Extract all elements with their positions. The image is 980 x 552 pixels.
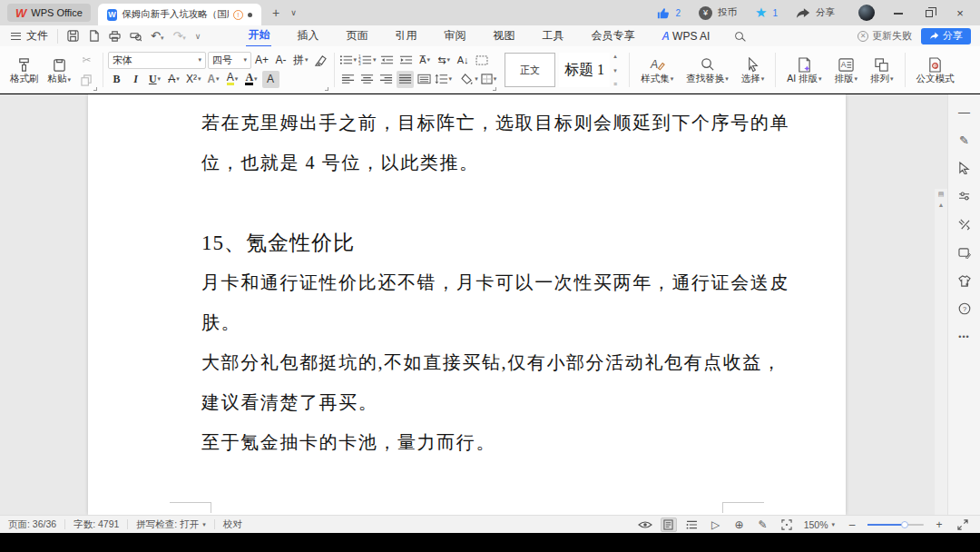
tab-wps-ai[interactable]: AWPS AI bbox=[660, 27, 711, 45]
strikethrough-button[interactable]: A▾ bbox=[165, 71, 182, 88]
shading-fill-button[interactable]: ▾ bbox=[461, 71, 478, 88]
phonetic-guide-button[interactable]: 拼▾ bbox=[291, 52, 310, 69]
document-page[interactable]: 若在克里姆出手之前，目标阵亡，选取目标则会顺延到下个序号的单 位，也就是 4 号… bbox=[88, 94, 846, 515]
user-avatar[interactable] bbox=[858, 5, 875, 21]
app-home-button[interactable]: W WPS Office bbox=[7, 4, 91, 22]
tab-list-button[interactable]: ∨ bbox=[290, 8, 297, 17]
style-heading1[interactable]: 标题 1 bbox=[559, 53, 610, 87]
zoom-slider[interactable] bbox=[867, 524, 924, 526]
justify-button[interactable] bbox=[397, 71, 414, 88]
copy-button[interactable] bbox=[78, 72, 95, 89]
bold-button[interactable]: B bbox=[108, 71, 125, 88]
increase-indent-button[interactable] bbox=[397, 52, 415, 69]
undo-button[interactable]: ↶▾ bbox=[151, 29, 163, 43]
ruler-toggle-icon[interactable]: ▤ bbox=[938, 189, 945, 200]
underline-button[interactable]: U▾ bbox=[146, 71, 163, 88]
skin-shirt-icon[interactable] bbox=[955, 271, 975, 291]
align-center-button[interactable] bbox=[358, 71, 376, 88]
close-button[interactable]: × bbox=[947, 6, 973, 20]
align-left-button[interactable] bbox=[339, 71, 357, 88]
minimize-button[interactable] bbox=[886, 6, 911, 20]
restore-button[interactable] bbox=[916, 6, 942, 20]
annotate-pen-icon[interactable]: ✎ bbox=[955, 130, 975, 150]
collapse-sidebar-icon[interactable]: — bbox=[955, 102, 975, 122]
text-effects-button[interactable]: A▾ bbox=[205, 71, 222, 88]
word-count[interactable]: 字数: 4791 bbox=[65, 518, 127, 531]
search-icon[interactable] bbox=[735, 32, 743, 40]
tab-reference[interactable]: 引用 bbox=[393, 25, 418, 46]
numbering-button[interactable]: 123▾ bbox=[358, 52, 377, 69]
tab-insert[interactable]: 插入 bbox=[295, 25, 320, 46]
paragraph-dialog-launcher[interactable] bbox=[493, 87, 496, 91]
line-spacing-button[interactable]: ▾ bbox=[435, 71, 453, 88]
arrange-button[interactable]: 排列▾ bbox=[864, 54, 900, 86]
format-painter-button[interactable]: 格式刷 bbox=[5, 54, 44, 86]
zoom-slider-thumb[interactable] bbox=[901, 521, 908, 528]
tab-tools[interactable]: 工具 bbox=[540, 25, 565, 46]
clipboard-dialog-launcher[interactable] bbox=[93, 87, 97, 91]
focus-mode-icon[interactable] bbox=[779, 518, 795, 532]
eye-protect-icon[interactable] bbox=[637, 518, 653, 532]
select-cursor-icon[interactable] bbox=[955, 158, 975, 178]
settings-sliders-icon[interactable] bbox=[955, 186, 975, 206]
asian-layout-button[interactable]: A̅▾ bbox=[416, 52, 434, 69]
sort-button[interactable]: A↓ bbox=[455, 52, 472, 69]
card-edit-icon[interactable] bbox=[955, 242, 975, 262]
more-icon[interactable]: ••• bbox=[955, 327, 975, 347]
share-button[interactable]: 分享 bbox=[921, 28, 971, 44]
select-button[interactable]: 选择▾ bbox=[735, 54, 771, 86]
document-tab[interactable]: W 保姆向新手入坑攻略（国服） ! bbox=[98, 4, 261, 25]
shrink-font-button[interactable]: A- bbox=[272, 52, 289, 69]
font-size-select[interactable]: 四号▾ bbox=[208, 52, 251, 69]
tab-review[interactable]: 审阅 bbox=[442, 25, 467, 46]
style-scroll-up[interactable]: ▴ bbox=[613, 53, 617, 60]
print-preview-icon[interactable] bbox=[130, 30, 142, 42]
align-right-button[interactable] bbox=[377, 71, 395, 88]
document-area[interactable]: 若在克里姆出手之前，目标阵亡，选取目标则会顺延到下个序号的单 位，也就是 4 号… bbox=[0, 94, 980, 515]
highlight-color-button[interactable]: A▾ bbox=[224, 71, 241, 88]
grow-font-button[interactable]: A+ bbox=[253, 52, 270, 69]
redo-button[interactable]: ↷▾ bbox=[172, 29, 185, 43]
scroll-up-arrow[interactable]: ▲ bbox=[938, 200, 945, 211]
help-icon[interactable]: ? bbox=[955, 299, 975, 319]
fullscreen-icon[interactable] bbox=[955, 518, 971, 532]
zoom-level[interactable]: 150%▾ bbox=[802, 519, 837, 530]
char-shading-button[interactable]: A bbox=[262, 71, 279, 88]
font-name-select[interactable]: 宋体▾ bbox=[108, 52, 206, 69]
official-mode-button[interactable]: 章 公文模式 bbox=[910, 54, 961, 86]
print-icon[interactable] bbox=[109, 30, 121, 42]
page-view-icon[interactable] bbox=[661, 518, 677, 532]
distribute-button[interactable] bbox=[416, 71, 433, 88]
borders-button[interactable]: ▾ bbox=[480, 71, 497, 88]
proofread-button[interactable]: 校对 bbox=[215, 518, 250, 531]
like-icon[interactable] bbox=[656, 6, 670, 20]
decrease-indent-button[interactable] bbox=[378, 52, 396, 69]
page-indicator[interactable]: 页面: 36/36 bbox=[0, 518, 64, 531]
ai-layout-button[interactable]: AI 排版▾ bbox=[780, 54, 828, 86]
vertical-scrollbar[interactable]: ▤ ▲ ▼ ⇞ □ ⇟ bbox=[935, 189, 947, 515]
style-gallery-more[interactable]: ≡ bbox=[613, 81, 617, 87]
paste-button[interactable]: 粘贴▾ bbox=[44, 54, 76, 86]
font-color-button[interactable]: A▾ bbox=[243, 71, 260, 88]
layout-button[interactable]: A 排版▾ bbox=[828, 54, 865, 86]
font-dialog-launcher[interactable] bbox=[325, 87, 328, 91]
tab-home[interactable]: 开始 bbox=[246, 25, 271, 47]
zoom-out-button[interactable]: – bbox=[844, 518, 860, 532]
spellcheck-status[interactable]: 拼写检查: 打开▾ bbox=[128, 518, 213, 531]
file-menu-button[interactable]: 文件 bbox=[0, 29, 58, 44]
share-arrow-icon[interactable] bbox=[796, 7, 810, 19]
coin-icon[interactable]: ¥ bbox=[699, 6, 712, 20]
style-scroll-down[interactable]: ▾ bbox=[613, 67, 617, 74]
zoom-in-button[interactable]: + bbox=[931, 518, 947, 532]
new-tab-button[interactable]: + bbox=[272, 5, 279, 20]
update-status[interactable]: ✕ 更新失败 bbox=[858, 29, 912, 43]
tab-member[interactable]: 会员专享 bbox=[589, 25, 636, 46]
clear-format-icon[interactable] bbox=[312, 52, 329, 69]
customize-toolbar-button[interactable]: ∨ bbox=[195, 32, 201, 41]
tab-view[interactable]: 视图 bbox=[491, 25, 516, 46]
superscript-button[interactable]: X²▾ bbox=[184, 71, 203, 88]
star-icon[interactable]: ★ bbox=[755, 5, 767, 21]
styleset-button[interactable]: A 样式集▾ bbox=[634, 54, 680, 86]
show-marks-button[interactable] bbox=[474, 52, 491, 69]
play-view-icon[interactable]: ▷ bbox=[708, 518, 724, 532]
